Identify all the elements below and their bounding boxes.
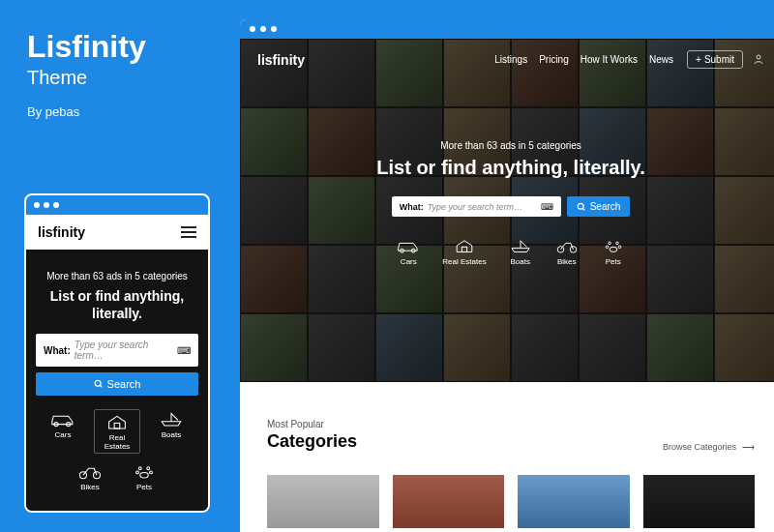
category-cars[interactable]: Cars <box>396 236 421 266</box>
car-icon <box>396 236 421 255</box>
svg-rect-17 <box>461 247 466 251</box>
window-dot <box>260 26 266 32</box>
svg-line-1 <box>100 386 102 388</box>
category-label: Bikes <box>554 257 580 266</box>
keyboard-icon: ⌨ <box>541 202 553 212</box>
category-label: Real Estates <box>442 257 486 266</box>
pet-icon <box>131 461 158 481</box>
nav-pricing[interactable]: Pricing <box>539 54 569 65</box>
category-pets[interactable]: Pets <box>121 461 167 491</box>
search-icon <box>94 379 104 389</box>
logo[interactable]: lisfinity <box>257 52 305 68</box>
svg-point-13 <box>578 203 583 209</box>
submit-label: Submit <box>704 54 734 65</box>
svg-point-9 <box>136 471 139 474</box>
pet-icon <box>601 236 626 255</box>
search-button[interactable]: Search <box>567 196 631 217</box>
search-placeholder: Type your search term… <box>74 340 177 361</box>
category-real-estates[interactable]: Real Estates <box>442 236 486 266</box>
window-dot <box>53 202 59 208</box>
desktop-hero: lisfinity Listings Pricing How It Works … <box>240 39 774 382</box>
house-icon <box>104 412 131 431</box>
category-label: Cars <box>40 430 86 439</box>
svg-rect-4 <box>114 424 120 429</box>
desktop-search: What: Type your search term… ⌨ Search <box>240 196 774 217</box>
hero-tagline: More than 63 ads in 5 categories <box>36 271 198 281</box>
category-card[interactable] <box>643 475 756 528</box>
category-label: Pets <box>121 483 167 491</box>
nav-news[interactable]: News <box>649 54 673 65</box>
browse-categories-link[interactable]: Browse Categories ⟶ <box>663 442 755 452</box>
category-cards <box>267 475 755 528</box>
section-label: Most Popular <box>267 419 357 429</box>
category-card[interactable] <box>393 475 505 528</box>
category-boats[interactable]: Boats <box>508 236 533 266</box>
search-button[interactable]: Search <box>36 372 198 396</box>
hero-center: More than 63 ads in 5 categories List or… <box>240 140 774 266</box>
category-bikes[interactable]: Bikes <box>67 461 113 491</box>
window-dot <box>44 202 49 208</box>
search-button-label: Search <box>590 201 621 212</box>
bike-icon <box>554 236 580 255</box>
svg-point-11 <box>140 473 148 479</box>
category-card[interactable] <box>518 475 630 528</box>
search-button-label: Search <box>107 378 141 390</box>
submit-button[interactable]: + Submit <box>687 50 743 69</box>
category-label: Pets <box>601 257 626 266</box>
search-icon <box>577 202 586 212</box>
mobile-search: What: Type your search term… ⌨ Search <box>36 334 198 396</box>
svg-point-0 <box>95 381 101 387</box>
search-what-label: What: <box>400 202 424 212</box>
logo[interactable]: lisfinity <box>38 224 85 240</box>
hamburger-icon[interactable] <box>181 226 196 238</box>
mobile-header: lisfinity <box>26 215 208 250</box>
desktop-preview-frame: lisfinity Listings Pricing How It Works … <box>240 19 774 532</box>
nav-how-it-works[interactable]: How It Works <box>580 54 638 65</box>
product-info: Lisfinity Theme By pebas <box>27 29 146 119</box>
mobile-content: lisfinity More than 63 ads in 5 categori… <box>26 215 208 511</box>
desktop-categories: Cars Real Estates Boats Bikes Pets <box>240 236 774 266</box>
mobile-preview-frame: lisfinity More than 63 ads in 5 categori… <box>24 193 210 513</box>
category-boats[interactable]: Boats <box>148 409 194 454</box>
category-label: Real Estates <box>97 433 137 451</box>
svg-point-20 <box>608 242 610 245</box>
product-author: By pebas <box>27 104 146 119</box>
user-icon[interactable] <box>753 53 764 67</box>
category-card[interactable] <box>267 475 379 528</box>
category-bikes[interactable]: Bikes <box>554 236 580 266</box>
svg-point-22 <box>606 246 609 249</box>
mobile-categories: Cars Real Estates Boats Bikes Pets <box>36 409 198 491</box>
search-placeholder: Type your search term… <box>428 202 541 212</box>
category-label: Boats <box>508 257 533 266</box>
keyboard-icon: ⌨ <box>177 345 191 356</box>
window-dot <box>250 26 255 32</box>
search-what-label: What: <box>44 345 71 356</box>
nav-listings[interactable]: Listings <box>494 54 527 65</box>
svg-point-24 <box>610 247 617 251</box>
svg-point-8 <box>147 467 150 470</box>
category-label: Bikes <box>67 483 113 491</box>
svg-line-14 <box>582 208 584 210</box>
category-label: Boats <box>148 430 194 439</box>
arrow-right-icon: ⟶ <box>742 442 755 452</box>
svg-point-12 <box>757 55 760 59</box>
boat-icon <box>158 409 185 429</box>
desktop-window-titlebar <box>240 19 774 39</box>
search-input[interactable]: What: Type your search term… ⌨ <box>392 196 561 217</box>
categories-section: Most Popular Categories Browse Categorie… <box>240 382 774 528</box>
search-input[interactable]: What: Type your search term… ⌨ <box>36 334 198 367</box>
svg-point-6 <box>94 472 101 479</box>
category-cars[interactable]: Cars <box>40 409 86 454</box>
category-pets[interactable]: Pets <box>601 236 626 266</box>
category-label: Cars <box>396 257 421 266</box>
svg-point-7 <box>138 467 141 470</box>
hero-tagline: More than 63 ads in 5 categories <box>240 140 774 151</box>
plus-icon: + <box>696 54 701 65</box>
hero-headline: List or find anything, literally. <box>36 287 198 322</box>
svg-point-23 <box>618 246 621 249</box>
browse-label: Browse Categories <box>663 442 736 452</box>
category-real-estates[interactable]: Real Estates <box>94 409 140 454</box>
product-subtitle: Theme <box>27 67 146 89</box>
section-title: Categories <box>267 431 357 452</box>
boat-icon <box>508 236 533 255</box>
